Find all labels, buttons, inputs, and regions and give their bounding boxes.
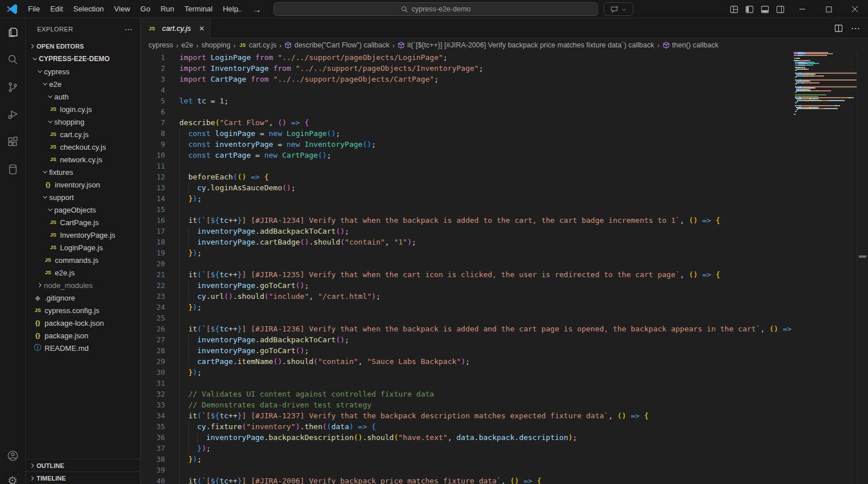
open-editors-section[interactable]: OPEN EDITORS bbox=[26, 40, 140, 53]
line-number[interactable]: 1 bbox=[140, 52, 165, 63]
code-line-22[interactable]: 22inventoryPage.goToCart(); bbox=[140, 280, 794, 291]
close-button[interactable] bbox=[842, 0, 868, 18]
vertical-scrollbar[interactable] bbox=[857, 52, 868, 484]
menu-go[interactable]: Go bbox=[135, 1, 155, 18]
code-line-35[interactable]: 35cy.fixture("inventory").then((data) =>… bbox=[140, 421, 794, 432]
code-line-27[interactable]: 27inventoryPage.addBackpackToCart(); bbox=[140, 334, 794, 345]
line-number[interactable]: 12 bbox=[140, 171, 165, 182]
tree-file-checkout.cy.js[interactable]: JScheckout.cy.js bbox=[26, 141, 140, 153]
tree-file-e2e.js[interactable]: JSe2e.js bbox=[26, 266, 140, 279]
run-and-debug-icon[interactable] bbox=[0, 101, 26, 128]
database-icon[interactable] bbox=[0, 155, 26, 183]
tree-file-cartpage.js[interactable]: JSCartPage.js bbox=[26, 216, 140, 229]
code-line-24[interactable]: 24}); bbox=[140, 302, 794, 313]
code-line-6[interactable]: 6 bbox=[140, 106, 794, 117]
code-lines[interactable]: 1import LoginPage from "../../support/pa… bbox=[140, 52, 794, 484]
toggle-primary-sidebar-icon[interactable] bbox=[745, 5, 754, 14]
line-number[interactable]: 9 bbox=[140, 139, 165, 150]
code-line-17[interactable]: 17inventoryPage.addBackpackToCart(); bbox=[140, 226, 794, 237]
code-line-7[interactable]: 7describe("Cart Flow", () => { bbox=[140, 117, 794, 128]
line-number[interactable]: 11 bbox=[140, 161, 165, 171]
tree-file-login.cy.js[interactable]: JSlogin.cy.js bbox=[26, 103, 140, 115]
breadcrumb-item[interactable]: then() callback bbox=[662, 41, 718, 49]
code-line-4[interactable]: 4 bbox=[140, 85, 794, 95]
explorer-icon[interactable] bbox=[0, 18, 26, 46]
editor-more-actions-icon[interactable]: ⋯ bbox=[851, 23, 860, 34]
line-number[interactable]: 6 bbox=[140, 106, 165, 117]
line-number[interactable]: 10 bbox=[140, 150, 165, 161]
timeline-section[interactable]: TIMELINE bbox=[26, 471, 140, 484]
tree-file-cypress.config.js[interactable]: JScypress.config.js bbox=[26, 304, 140, 317]
forward-arrow-icon[interactable]: → bbox=[251, 5, 263, 14]
code-line-25[interactable]: 25 bbox=[140, 313, 794, 323]
code-line-13[interactable]: 13cy.loginAsSauceDemo(); bbox=[140, 182, 794, 193]
menu-edit[interactable]: Edit bbox=[45, 1, 68, 18]
line-number[interactable]: 22 bbox=[140, 280, 165, 291]
code-line-8[interactable]: 8const loginPage = new LoginPage(); bbox=[140, 128, 794, 139]
code-line-26[interactable]: 26it(`[${tc++}] [#JIRA-1236] Verify that… bbox=[140, 323, 794, 334]
tree-file-network.cy.js[interactable]: JSnetwork.cy.js bbox=[26, 153, 140, 166]
tree-folder-support[interactable]: support bbox=[26, 191, 140, 203]
explorer-more-actions-icon[interactable]: ⋯ bbox=[124, 25, 133, 34]
code-line-10[interactable]: 10const cartPage = new CartPage(); bbox=[140, 150, 794, 161]
breadcrumb-item[interactable]: describe("Cart Flow") callback bbox=[284, 41, 389, 49]
source-control-icon[interactable] bbox=[0, 73, 26, 101]
code-line-5[interactable]: 5let tc = 1; bbox=[140, 95, 794, 106]
line-number[interactable]: 28 bbox=[140, 345, 165, 356]
tree-file-.gitignore[interactable]: ◆.gitignore bbox=[26, 291, 140, 304]
breadcrumb-item[interactable]: JScart.cy.js bbox=[239, 41, 276, 49]
code-line-23[interactable]: 23cy.url().should("include", "/cart.html… bbox=[140, 291, 794, 302]
code-line-32[interactable]: 32// Validates UI content against contro… bbox=[140, 389, 794, 399]
extensions-icon[interactable] bbox=[0, 128, 26, 155]
line-number[interactable]: 35 bbox=[140, 421, 165, 432]
tree-file-package.json[interactable]: {}package.json bbox=[26, 329, 140, 342]
tree-folder-cypress[interactable]: cypress bbox=[26, 65, 140, 78]
line-number[interactable]: 36 bbox=[140, 432, 165, 443]
breadcrumb-item[interactable]: shopping bbox=[202, 41, 231, 49]
tree-file-package-lock.json[interactable]: {}package-lock.json bbox=[26, 317, 140, 329]
code-line-18[interactable]: 18inventoryPage.cartBadge().should("cont… bbox=[140, 237, 794, 247]
tree-folder-fixtures[interactable]: fixtures bbox=[26, 166, 140, 178]
minimize-button[interactable] bbox=[789, 0, 815, 18]
line-number[interactable]: 34 bbox=[140, 410, 165, 421]
minimap[interactable] bbox=[794, 52, 857, 484]
line-number[interactable]: 23 bbox=[140, 291, 165, 302]
line-number[interactable]: 15 bbox=[140, 204, 165, 215]
tree-file-readme.md[interactable]: ⓘREADME.md bbox=[26, 342, 140, 354]
breadcrumb-item[interactable]: e2e bbox=[181, 41, 193, 49]
line-number[interactable]: 31 bbox=[140, 378, 165, 389]
tree-file-commands.js[interactable]: JScommands.js bbox=[26, 254, 140, 266]
tree-folder-node_modules[interactable]: node_modules bbox=[26, 279, 140, 291]
line-number[interactable]: 37 bbox=[140, 443, 165, 454]
toggle-panel-icon[interactable] bbox=[761, 5, 769, 14]
line-number[interactable]: 27 bbox=[140, 334, 165, 345]
line-number[interactable]: 33 bbox=[140, 399, 165, 410]
code-area[interactable]: 1import LoginPage from "../../support/pa… bbox=[140, 52, 868, 484]
line-number[interactable]: 5 bbox=[140, 95, 165, 106]
line-number[interactable]: 26 bbox=[140, 323, 165, 334]
customize-layout-icon[interactable] bbox=[730, 5, 738, 14]
line-number[interactable]: 8 bbox=[140, 128, 165, 139]
account-icon[interactable] bbox=[0, 442, 26, 469]
code-line-14[interactable]: 14}); bbox=[140, 193, 794, 204]
back-arrow-icon[interactable]: ← bbox=[233, 5, 244, 14]
line-number[interactable]: 24 bbox=[140, 302, 165, 313]
outline-section[interactable]: OUTLINE bbox=[26, 459, 140, 471]
tab-cart-cy-js[interactable]: JS cart.cy.js ✕ bbox=[140, 18, 211, 38]
breadcrumb-item[interactable]: cypress bbox=[148, 41, 173, 49]
menu-view[interactable]: View bbox=[109, 1, 135, 18]
tree-folder-e2e[interactable]: e2e bbox=[26, 78, 140, 90]
split-editor-icon[interactable] bbox=[834, 24, 843, 33]
tree-folder-pageobjects[interactable]: pageObjects bbox=[26, 203, 140, 216]
code-line-38[interactable]: 38}); bbox=[140, 454, 794, 465]
code-line-31[interactable]: 31 bbox=[140, 378, 794, 389]
breadcrumb-item[interactable]: it(`[${tc++}] [#JIRA-2006] Verify backpa… bbox=[397, 41, 654, 49]
code-line-34[interactable]: 34it(`[${tc++}] [#JIRA-1237] Verify that… bbox=[140, 410, 794, 421]
code-line-3[interactable]: 3import CartPage from "../../support/pag… bbox=[140, 74, 794, 85]
menu-selection[interactable]: Selection bbox=[68, 1, 108, 18]
line-number[interactable]: 19 bbox=[140, 247, 165, 258]
line-number[interactable]: 30 bbox=[140, 367, 165, 378]
code-line-36[interactable]: 36inventoryPage.backpackDescription().sh… bbox=[140, 432, 794, 443]
tree-folder-shopping[interactable]: shopping bbox=[26, 115, 140, 128]
tree-file-inventory.json[interactable]: {}inventory.json bbox=[26, 178, 140, 191]
